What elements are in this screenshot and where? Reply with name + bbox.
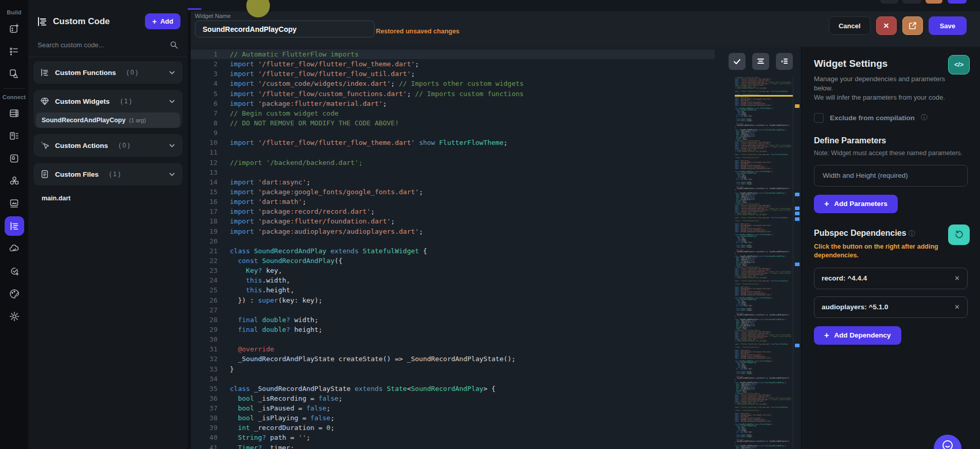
plus-icon: + bbox=[824, 331, 829, 340]
ruler-marker bbox=[795, 207, 800, 210]
chat-support-button[interactable] bbox=[934, 435, 961, 449]
add-dependency-button[interactable]: + Add Dependency bbox=[814, 326, 901, 345]
code-line: 38 bool _isPlaying = false; bbox=[191, 413, 715, 423]
minimap[interactable]: // Automatic FlutterFlow importsimport '… bbox=[735, 77, 793, 449]
code-line: 5import '/flutter_flow/custom_functions.… bbox=[191, 89, 715, 99]
code-editor[interactable]: 1// Automatic FlutterFlow imports2import… bbox=[191, 47, 801, 449]
navigation-rail: Build Connect bbox=[0, 0, 28, 449]
code-line: 40 String? path = ''; bbox=[191, 433, 715, 442]
code-line: 15import 'package:google_fonts/google_fo… bbox=[191, 187, 715, 197]
add-custom-code-button[interactable]: + Add bbox=[145, 13, 180, 29]
remove-dependency-icon[interactable]: ✕ bbox=[954, 274, 960, 282]
custom-code-icon[interactable] bbox=[5, 216, 24, 236]
code-line: 10import '/flutter_flow/flutter_flow_the… bbox=[191, 138, 715, 147]
code-line: 8// DO NOT REMOVE OR MODIFY THE CODE ABO… bbox=[191, 118, 715, 128]
code-line: 24 this.width, bbox=[191, 275, 715, 285]
toolbar-button-fragment bbox=[925, 0, 942, 4]
database-icon[interactable] bbox=[5, 103, 24, 123]
info-icon[interactable]: ⓘ bbox=[921, 113, 928, 122]
toolbar-button-fragment bbox=[880, 0, 898, 4]
chevron-down-icon[interactable] bbox=[168, 98, 176, 105]
widget-tree-icon[interactable] bbox=[5, 41, 24, 61]
chevron-down-icon[interactable] bbox=[168, 171, 176, 178]
dependency-chip[interactable]: audioplayers: ^5.1.0✕ bbox=[814, 296, 968, 318]
integrations-icon[interactable] bbox=[5, 171, 24, 191]
rail-build-label: Build bbox=[7, 9, 22, 15]
pubspec-info-icon[interactable]: ⓘ bbox=[909, 230, 915, 237]
parameter-field[interactable] bbox=[814, 165, 968, 186]
settings-gear-icon[interactable] bbox=[5, 307, 24, 326]
format-code-button[interactable] bbox=[752, 53, 769, 70]
refresh-dependencies-button[interactable] bbox=[948, 224, 970, 245]
define-parameters-title: Define Parameters bbox=[814, 136, 968, 145]
dependency-value: record: ^4.4.4 bbox=[822, 274, 867, 282]
theme-icon[interactable] bbox=[5, 284, 24, 304]
ruler-marker bbox=[795, 193, 800, 196]
section-card: Custom Widgets( 1 )SoundRecordAndPlayCop… bbox=[33, 90, 183, 128]
section-card: Custom Files( 1 ) bbox=[33, 163, 183, 185]
gem-icon bbox=[40, 97, 49, 106]
media-assets-icon[interactable] bbox=[5, 194, 24, 213]
code-line: 16import 'dart:math'; bbox=[191, 197, 715, 207]
code-line: 1// Automatic FlutterFlow imports bbox=[191, 49, 715, 59]
settings-description: Manage your dependencies and parameters … bbox=[814, 74, 949, 103]
code-line: 41 Timer? _timer; bbox=[191, 443, 715, 449]
toolbar-button-fragment bbox=[902, 0, 921, 4]
toolbar-button-fragment bbox=[948, 0, 967, 4]
open-external-button[interactable] bbox=[902, 16, 923, 35]
section-header-custom-functions[interactable]: Custom Functions( 0 ) bbox=[33, 61, 183, 84]
code-line: 36 bool _isRecording = false; bbox=[191, 394, 715, 403]
indent-icon bbox=[780, 57, 789, 66]
section-header-custom-files[interactable]: Custom Files( 1 ) bbox=[33, 163, 183, 185]
code-line: 19import 'package:audioplayers/audioplay… bbox=[191, 227, 715, 236]
chevron-down-icon[interactable] bbox=[168, 69, 176, 77]
code-line: 25 this.height, bbox=[191, 285, 715, 295]
code-line: 4import '/custom_code/widgets/index.dart… bbox=[191, 79, 715, 88]
widget-settings-panel: Widget Settings </> Manage your dependen… bbox=[801, 47, 980, 449]
panel-title: Custom Code bbox=[53, 16, 140, 27]
code-lines: 1// Automatic FlutterFlow imports2import… bbox=[191, 49, 715, 449]
code-line: 7// Begin custom widget code bbox=[191, 108, 715, 118]
ruler-marker bbox=[795, 263, 800, 266]
pages-icon[interactable] bbox=[5, 64, 24, 83]
format-icon bbox=[756, 57, 765, 66]
section-card: Custom Functions( 0 ) bbox=[33, 61, 183, 84]
minimap-highlight-line bbox=[735, 95, 793, 97]
ruler-marker bbox=[795, 104, 800, 108]
delete-widget-button[interactable]: ✕ bbox=[876, 16, 897, 35]
restored-changes-status: Restored unsaved changes bbox=[376, 28, 460, 35]
search-icon[interactable] bbox=[170, 41, 178, 49]
chevron-down-icon[interactable] bbox=[168, 142, 176, 149]
search-input[interactable] bbox=[37, 41, 170, 49]
chat-icon bbox=[941, 439, 954, 449]
documents-icon[interactable] bbox=[5, 148, 24, 168]
data-types-icon[interactable] bbox=[5, 126, 24, 145]
custom-code-logo-icon bbox=[37, 16, 48, 27]
tests-icon[interactable] bbox=[5, 261, 24, 281]
ruler-marker bbox=[795, 217, 800, 221]
minimap-border bbox=[793, 77, 793, 449]
cancel-button[interactable]: Cancel bbox=[829, 16, 870, 35]
add-widget-icon[interactable] bbox=[5, 18, 24, 38]
dependency-chip[interactable]: record: ^4.4.4✕ bbox=[814, 268, 968, 289]
code-line: 28 final double? width; bbox=[191, 315, 715, 325]
code-line: 22 const SoundRecordAndPlay({ bbox=[191, 256, 715, 266]
file-icon bbox=[40, 170, 49, 179]
plus-icon: + bbox=[152, 17, 157, 25]
list-item[interactable]: SoundRecordAndPlayCopy(1 arg) bbox=[36, 113, 180, 128]
custom-code-sections: Custom Functions( 0 )Custom Widgets( 1 )… bbox=[28, 57, 188, 209]
cloud-functions-icon[interactable] bbox=[5, 239, 24, 258]
widget-name-input[interactable] bbox=[195, 21, 375, 38]
section-header-custom-actions[interactable]: Custom Actions( 0 ) bbox=[33, 134, 183, 157]
section-header-custom-widgets[interactable]: Custom Widgets( 1 ) bbox=[33, 90, 183, 113]
pubspec-warning: Click the button on the right after addi… bbox=[814, 242, 948, 260]
indent-code-button[interactable] bbox=[776, 53, 793, 70]
add-parameters-button[interactable]: + Add Parameters bbox=[814, 195, 898, 213]
save-button[interactable]: Save bbox=[929, 16, 967, 35]
code-line: 34 bbox=[191, 374, 715, 384]
list-item[interactable]: main.dart bbox=[33, 192, 183, 205]
compile-check-button[interactable] bbox=[729, 53, 746, 70]
remove-dependency-icon[interactable]: ✕ bbox=[954, 303, 960, 311]
exclude-compilation-checkbox[interactable] bbox=[814, 113, 824, 123]
code-view-toggle-button[interactable]: </> bbox=[948, 55, 970, 74]
